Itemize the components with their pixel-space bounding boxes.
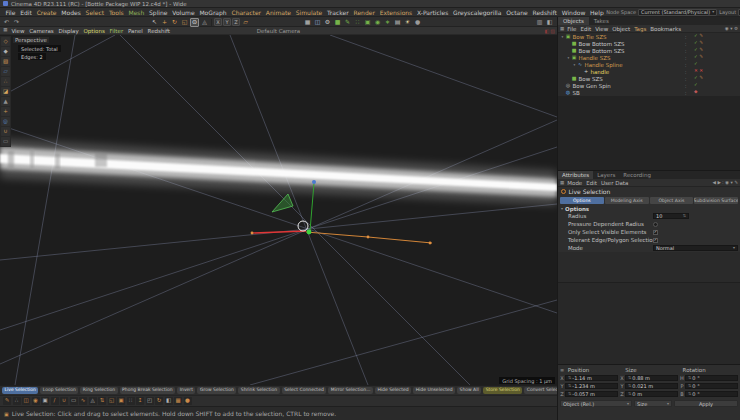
rotate-tool-icon[interactable]: ↻: [170, 18, 179, 27]
axis-lock-button[interactable]: X: [214, 18, 222, 26]
x-axis-handle[interactable]: [252, 231, 306, 233]
section-tab[interactable]: Options: [560, 197, 604, 204]
om-search-icon[interactable]: ◉: [725, 26, 729, 31]
menu-item[interactable]: Edit: [18, 9, 34, 16]
texture-mode-icon[interactable]: ▨: [1, 57, 10, 66]
object-tag-icon[interactable]: ✕: [694, 69, 698, 74]
object-tag-icon[interactable]: ✓: [694, 62, 698, 67]
coords-menu-icon[interactable]: ≡: [560, 367, 566, 373]
visibility-dots-icon[interactable]: ∶: [685, 34, 686, 40]
om-menu-item[interactable]: Bookmarks: [648, 26, 683, 32]
object-row[interactable]: ■ Bow SZS ∶ ✓ ✎: [558, 75, 740, 82]
object-name[interactable]: Handle Spline: [583, 62, 623, 68]
object-tag-icon[interactable]: ✎: [699, 41, 703, 46]
attr-menu-item[interactable]: Edit: [584, 180, 599, 186]
content-browser-icon[interactable]: ◧: [545, 18, 554, 27]
stepper-icon[interactable]: ⇅: [568, 376, 571, 380]
size-field[interactable]: ⇅0.021 m: [625, 383, 678, 389]
visibility-dots-icon[interactable]: ∶: [685, 76, 686, 82]
om-settings-icon[interactable]: ⚙: [734, 26, 738, 31]
extrude-icon[interactable]: ⇅: [98, 397, 106, 405]
menu-item[interactable]: MoGraph: [197, 9, 229, 16]
weld-icon[interactable]: ●: [184, 397, 192, 405]
attr-edit-icon[interactable]: ✎: [734, 180, 738, 185]
object-name[interactable]: Bow Bottom SZS: [577, 48, 625, 54]
stepper-icon[interactable]: ⇅: [688, 384, 691, 388]
knife-icon[interactable]: ∕: [51, 397, 59, 405]
stepper-icon[interactable]: ⇅: [688, 376, 691, 380]
om-menu-item[interactable]: View: [593, 26, 610, 32]
coordinate-space-select[interactable]: Object (Rel.)▾: [560, 400, 632, 407]
menu-item[interactable]: Extensions: [377, 9, 414, 16]
smooth-shift-icon[interactable]: ◬: [89, 397, 97, 405]
menu-item[interactable]: Octane: [504, 9, 530, 16]
om-menu-item[interactable]: Edit: [578, 26, 593, 32]
z-axis-handle-dot[interactable]: [312, 180, 316, 184]
viewport-maximize-icon[interactable]: ▨: [550, 28, 555, 34]
tolerant-checkbox[interactable]: ✓: [653, 238, 658, 243]
menu-item[interactable]: X-Particles: [415, 9, 451, 16]
menu-item[interactable]: Select: [83, 9, 106, 16]
visibility-dots-icon[interactable]: ∶: [685, 69, 686, 75]
matrix-extrude-icon[interactable]: ∷: [127, 397, 135, 405]
field-button[interactable]: ∗: [383, 18, 392, 27]
object-name[interactable]: Handle SZS: [577, 55, 610, 61]
visibility-dots-icon[interactable]: ∶: [685, 48, 686, 54]
pressure-radius-checkbox[interactable]: [653, 222, 658, 227]
workplane-icon[interactable]: ▱: [241, 18, 250, 27]
menu-item[interactable]: Help: [588, 9, 606, 16]
object-row[interactable]: ■ Bow Bottom SZS ∶ ✓ ✎: [558, 47, 740, 54]
material-button[interactable]: ●: [413, 18, 422, 27]
menu-item[interactable]: Tracker: [325, 9, 351, 16]
stepper-icon[interactable]: ⇅: [628, 384, 631, 388]
attr-menu-item[interactable]: Mode: [565, 180, 584, 186]
rotation-field[interactable]: ⇅0 °: [685, 375, 738, 381]
selection-command-button[interactable]: Hide Unselected: [413, 387, 455, 395]
rotation-field[interactable]: ⇅0 °: [685, 391, 738, 397]
workplane-mode-icon[interactable]: ▱: [1, 67, 10, 76]
viewport-canvas[interactable]: Perspective Selected: Total Edges: 2 ◇◆▨…: [0, 35, 557, 385]
light-button[interactable]: ☀: [403, 18, 412, 27]
section-tab[interactable]: Object Axis: [650, 197, 694, 204]
quantize-icon[interactable]: ▭: [1, 137, 10, 146]
position-field[interactable]: ⇅-1.234 m: [565, 383, 618, 389]
attr-filter-icon[interactable]: ▾: [730, 180, 732, 185]
selection-command-button[interactable]: Ring Selection: [80, 387, 117, 395]
section-tab[interactable]: Modeling Axis: [605, 197, 649, 204]
axis-lock-button[interactable]: Y: [223, 18, 231, 26]
iron-icon[interactable]: ▭: [70, 397, 78, 405]
om-menu-item[interactable]: File: [565, 26, 578, 32]
tweak-tool-icon[interactable]: ◬: [200, 18, 209, 27]
object-tag-icon[interactable]: ✓: [694, 83, 698, 88]
attr-menu-item[interactable]: User Data: [599, 180, 630, 186]
selection-command-button[interactable]: Phong Break Selection: [120, 387, 176, 395]
visibility-dots-icon[interactable]: ∶: [685, 90, 686, 96]
radius-field[interactable]: 10⇅: [653, 213, 689, 219]
selection-command-button[interactable]: Store Selection: [483, 387, 522, 395]
section-tab[interactable]: Subdivision Surface: [694, 197, 738, 204]
attr-history-icon[interactable]: ∶: [722, 180, 723, 185]
viewport-menu-item[interactable]: Display: [56, 28, 81, 34]
tab-objects[interactable]: Objects: [558, 17, 589, 25]
menu-item[interactable]: Create: [34, 9, 59, 16]
size-field[interactable]: ⇅0 m: [625, 391, 678, 397]
add-cube-button[interactable]: ■: [333, 18, 342, 27]
bridge-icon[interactable]: ◫: [22, 397, 30, 405]
scale-tool-icon[interactable]: ◱: [180, 18, 189, 27]
object-row[interactable]: ▾ ▣ Handle SZS ∶ ✓ ✎: [558, 54, 740, 61]
model-mode-icon[interactable]: ◆: [1, 47, 10, 56]
visibility-dots-icon[interactable]: ∶: [685, 62, 686, 68]
visibility-dots-icon[interactable]: ∶: [685, 41, 686, 47]
attr-search-icon[interactable]: ◉: [725, 180, 729, 185]
only-visible-checkbox[interactable]: ✓: [653, 230, 658, 235]
move-tool-icon[interactable]: +: [160, 18, 169, 27]
mograph-button[interactable]: ∷: [353, 18, 362, 27]
visibility-dots-icon[interactable]: ∶: [685, 55, 686, 61]
selection-command-button[interactable]: Invert: [177, 387, 195, 395]
size-mode-select[interactable]: Size▾: [634, 400, 672, 407]
object-tag-icon[interactable]: ✓: [694, 48, 698, 53]
render-picture-viewer-button[interactable]: ◫: [313, 18, 322, 27]
render-settings-button[interactable]: ⚙: [323, 18, 332, 27]
object-name[interactable]: Bow Bottom SZS: [577, 41, 625, 47]
stepper-icon[interactable]: ⇅: [688, 392, 691, 396]
